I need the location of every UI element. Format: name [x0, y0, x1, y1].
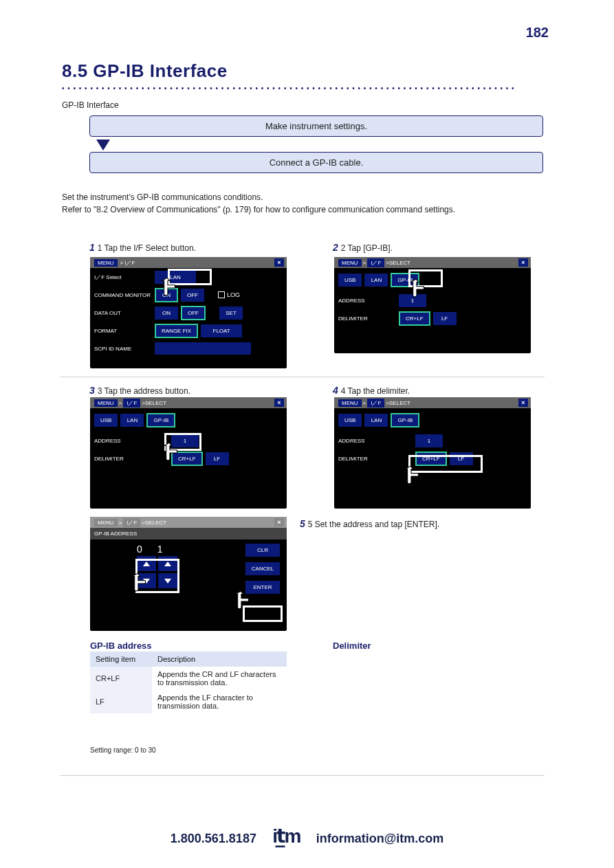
- highlight-enter: [243, 605, 283, 622]
- step4-caption: 4 Tap the delimiter.: [341, 386, 410, 396]
- breadcrumb: MENU> I／F> SELECT ×: [334, 397, 531, 408]
- dotted-rule: [62, 85, 545, 88]
- page-footer: 1.800.561.8187 it̲m information@itm.com: [0, 825, 614, 847]
- crlf-button[interactable]: CR+LF: [171, 452, 203, 466]
- digit1-down-button[interactable]: [158, 573, 177, 588]
- label-address: ADDRESS: [338, 438, 399, 444]
- screen-delimiter: MENU> I／F> SELECT × USB LAN GP-IB ADDRES…: [334, 397, 531, 509]
- crumb-if[interactable]: I／F: [367, 399, 384, 408]
- breadcrumb: MENU> I／F> SELECT ×: [334, 257, 531, 268]
- rangefix-button[interactable]: RANGE FIX: [155, 324, 198, 338]
- label-if-select: I／F Select: [94, 274, 155, 281]
- label-scpi: SCPI ID NAME: [94, 346, 155, 352]
- crumb-menu[interactable]: MENU: [338, 259, 362, 267]
- step5-caption: 5 Set the address and tap [ENTER].: [308, 520, 439, 529]
- close-icon[interactable]: ×: [274, 399, 284, 407]
- cmd-on-button[interactable]: ON: [155, 288, 178, 302]
- crumb-select: SELECT: [389, 260, 410, 266]
- dataout-off-button[interactable]: OFF: [181, 306, 206, 320]
- crumb-if: I／F: [124, 259, 135, 267]
- log-checkbox[interactable]: [218, 291, 225, 298]
- crumb-menu[interactable]: MENU: [338, 399, 362, 407]
- cmd-off-button[interactable]: OFF: [181, 289, 204, 302]
- address-button[interactable]: 1: [415, 434, 443, 447]
- triangle-down-icon: [143, 579, 150, 583]
- delimiter-table: Setting item Description CR+LF Appends t…: [90, 652, 287, 713]
- screen-if-main: MENU > I／F × I／F Select LAN COMMAND MONI…: [90, 257, 287, 368]
- set-button[interactable]: SET: [219, 307, 243, 320]
- label-delimiter: DELIMITER: [94, 456, 155, 462]
- table-cell: LF: [90, 690, 152, 713]
- address-button[interactable]: 1: [171, 434, 199, 447]
- crlf-button[interactable]: CR+LF: [415, 452, 447, 466]
- flow-step-2: Connect a GP-IB cable.: [89, 152, 543, 173]
- crumb-if[interactable]: I／F: [367, 258, 384, 267]
- step1-caption: 1 Tap the I/F Select button.: [98, 243, 196, 253]
- crlf-button[interactable]: CR+LF: [399, 311, 430, 326]
- description-line-2: Refer to "8.2 Overview of Communications…: [62, 205, 455, 214]
- flow-step-1: Make instrument settings.: [89, 115, 543, 137]
- usb-button[interactable]: USB: [338, 414, 362, 427]
- crumb-menu: MENU: [94, 519, 118, 526]
- lf-button[interactable]: LF: [206, 452, 229, 465]
- step2-caption: 2 Tap [GP-IB].: [341, 243, 393, 253]
- log-label: LOG: [227, 291, 240, 298]
- breadcrumb: MENU> I／F> SELECT ×: [90, 517, 287, 528]
- close-icon[interactable]: ×: [518, 399, 528, 407]
- digit1-up-button[interactable]: [158, 556, 177, 571]
- close-icon[interactable]: ×: [274, 518, 284, 526]
- page-content: 182 8.5 GP-IB Interface GP-IB Interface …: [0, 0, 614, 40]
- digit0-down-button[interactable]: [137, 573, 156, 588]
- breadcrumb: MENU> I／F> SELECT ×: [90, 397, 287, 408]
- table-cell: CR+LF: [90, 667, 152, 690]
- cancel-button[interactable]: CANCEL: [245, 562, 280, 575]
- digit0-up-button[interactable]: [137, 556, 156, 571]
- lan-button[interactable]: LAN: [364, 414, 388, 427]
- usb-button[interactable]: USB: [338, 274, 362, 287]
- crumb-menu[interactable]: MENU: [94, 259, 118, 267]
- crumb-select: SELECT: [145, 400, 166, 406]
- flow-diagram: Make instrument settings. Connect a GP-I…: [89, 115, 543, 176]
- address-button[interactable]: 1: [399, 294, 426, 307]
- label-cmd-monitor: COMMAND MONITOR: [94, 292, 155, 298]
- address-panel-title: GP-IB ADDRESS: [90, 528, 287, 539]
- digit-1: 1: [157, 544, 163, 555]
- label-delimiter: DELIMITER: [338, 456, 399, 462]
- close-icon[interactable]: ×: [274, 258, 284, 267]
- triangle-up-icon: [143, 561, 150, 566]
- close-icon[interactable]: ×: [518, 258, 528, 267]
- label-delimiter: DELIMITER: [338, 315, 399, 322]
- lan-button[interactable]: LAN: [120, 414, 144, 427]
- crumb-menu[interactable]: MENU: [94, 399, 118, 407]
- breadcrumb: MENU > I／F ×: [90, 257, 287, 268]
- footer-phone: 1.800.561.8187: [171, 832, 256, 845]
- step3-caption: 3 Tap the address button.: [98, 386, 190, 396]
- gpib-button[interactable]: GP-IB: [146, 413, 175, 427]
- table-header-item: Setting item: [90, 652, 152, 667]
- gpib-button[interactable]: GP-IB: [391, 413, 419, 427]
- scpi-input[interactable]: [155, 342, 251, 355]
- gpib-range-note: Setting range: 0 to 30: [90, 746, 156, 754]
- lan-button[interactable]: LAN: [364, 274, 388, 287]
- lf-button[interactable]: LF: [450, 452, 473, 465]
- gpib-button[interactable]: GP-IB: [391, 273, 419, 287]
- usb-button[interactable]: USB: [94, 414, 118, 427]
- screen-address-entry: MENU> I／F> SELECT × GP-IB ADDRESS 0 1: [90, 517, 287, 631]
- enter-button[interactable]: ENTER: [245, 581, 280, 594]
- if-select-button[interactable]: LAN: [155, 271, 196, 284]
- divider: [61, 377, 545, 377]
- crumb-if[interactable]: I／F: [123, 399, 140, 408]
- screen-select-gpib: MENU> I／F> SELECT × USB LAN GP-IB ADDRES…: [334, 257, 531, 353]
- itm-logo: it̲m: [272, 825, 300, 847]
- triangle-down-icon: [164, 579, 171, 583]
- label-data-out: DATA OUT: [94, 310, 155, 316]
- crumb-select: SELECT: [145, 520, 166, 526]
- crumb-select: SELECT: [389, 400, 410, 406]
- float-button[interactable]: FLOAT: [201, 324, 242, 337]
- clr-button[interactable]: CLR: [245, 544, 280, 557]
- divider: [61, 775, 545, 776]
- gpib-address-heading: GP-IB address: [90, 641, 152, 651]
- lf-button[interactable]: LF: [433, 312, 457, 325]
- dataout-on-button[interactable]: ON: [155, 307, 178, 320]
- digit-0: 0: [137, 544, 142, 555]
